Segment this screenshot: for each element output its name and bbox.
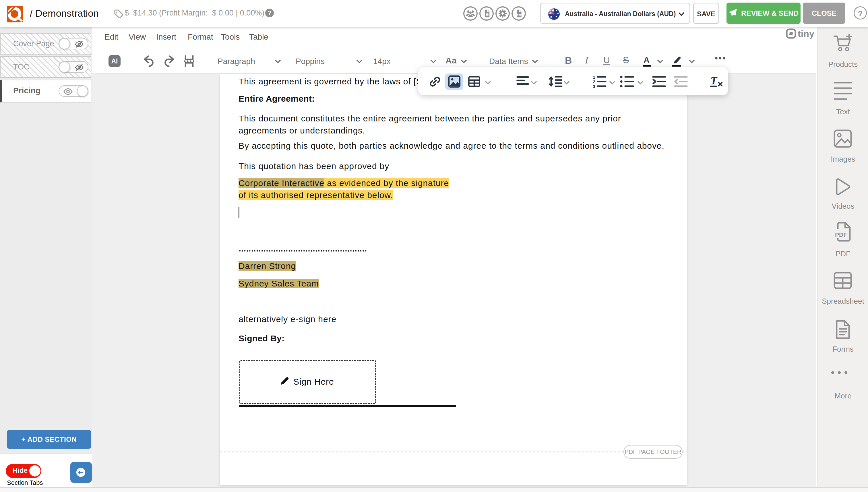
svg-text:2: 2 bbox=[593, 79, 595, 84]
svg-text:T: T bbox=[711, 75, 718, 87]
svg-text:3: 3 bbox=[593, 84, 595, 89]
svg-text:PDF: PDF bbox=[835, 231, 847, 238]
svg-text:1: 1 bbox=[593, 75, 595, 79]
svg-text:tiny: tiny bbox=[798, 28, 815, 39]
svg-text:PDF: PDF bbox=[517, 14, 522, 16]
